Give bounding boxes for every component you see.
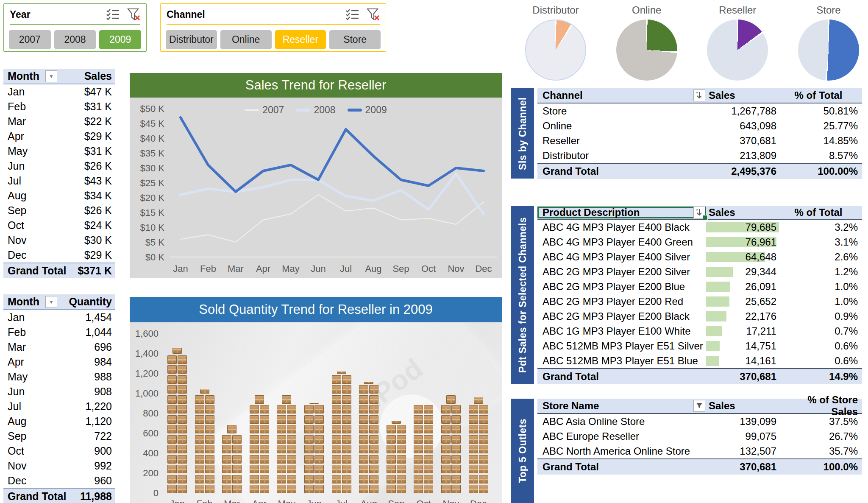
slicer-button-reseller[interactable]: Reseller: [275, 30, 326, 49]
pictograph-row: [304, 473, 324, 483]
carton-box-icon: [469, 465, 478, 473]
row-label: ABC 4G MP3 Player E400 Black: [537, 221, 706, 233]
row-label: May: [8, 371, 28, 383]
selected-header-cell[interactable]: Product Description: [537, 207, 706, 218]
row-label: May: [8, 145, 28, 157]
pictograph-row: [359, 414, 378, 424]
pie-chart-store: Store: [792, 4, 865, 81]
carton-box-icon: [441, 445, 451, 453]
carton-box-icon: [469, 415, 478, 424]
carton-box-icon: [304, 455, 314, 464]
carton-box-icon: [260, 415, 269, 424]
x-axis-tick-label: Aug: [354, 498, 384, 503]
carton-box-icon: [332, 465, 341, 473]
carton-box-icon: [424, 435, 433, 444]
carton-box-icon: [167, 485, 177, 493]
slicer-button-store[interactable]: Store: [329, 30, 381, 49]
carton-box-icon: [397, 445, 406, 453]
carton-box-icon: [332, 375, 341, 384]
multi-select-icon[interactable]: [106, 8, 120, 20]
pictograph-row: [414, 483, 433, 494]
carton-box-icon: [342, 425, 351, 433]
carton-box-icon: [314, 465, 324, 473]
row-label: Jul: [8, 175, 21, 187]
pictograph-row: [441, 464, 461, 474]
carton-box-icon: [195, 465, 204, 473]
row-sales: 79,685: [706, 221, 779, 233]
row-value: 1,220: [85, 400, 112, 413]
carton-box-icon: [414, 445, 423, 453]
pictograph-partial-row: [474, 397, 483, 403]
table-row: Distributor213,8098.57%: [537, 148, 862, 163]
x-axis-tick-label: Mar: [228, 263, 244, 274]
pictograph-row: [167, 433, 187, 444]
row-label: Oct: [8, 219, 24, 232]
carton-box-icon: [342, 455, 351, 464]
carton-box-icon: [195, 435, 204, 444]
carton-box-icon: [222, 465, 231, 473]
table-row: ABC 1G MP3 Player E100 White17,2110.7%: [537, 324, 862, 338]
row-sales: 64,648: [706, 251, 779, 263]
carton-box-icon: [332, 455, 341, 464]
carton-box-icon: [387, 485, 396, 493]
slicer-button-distributor[interactable]: Distributor: [166, 30, 217, 49]
slicer-button-2007[interactable]: 2007: [9, 30, 51, 49]
carton-box-icon: [359, 395, 368, 404]
carton-box-icon: [205, 445, 214, 453]
table-row: Sep722: [3, 429, 115, 444]
pictograph-row: [167, 483, 187, 494]
month-column-header: Month: [8, 296, 39, 308]
row-label: Online: [537, 120, 706, 132]
carton-box-icon: [178, 425, 187, 433]
sort-descending-icon[interactable]: [693, 207, 705, 218]
carton-box-icon: [178, 475, 187, 483]
multi-select-icon[interactable]: [346, 8, 359, 20]
carton-box-icon: [250, 425, 259, 433]
pictograph-partial-row: [172, 348, 182, 354]
pictograph-row: [195, 483, 214, 494]
sort-descending-icon[interactable]: [693, 89, 705, 101]
pictograph-row: [414, 464, 433, 474]
pictograph-row: [387, 424, 406, 434]
filter-applied-icon[interactable]: [693, 400, 705, 412]
pictograph-row: [441, 424, 461, 434]
carton-box-icon: [441, 455, 451, 464]
row-sales: 76,961: [706, 236, 779, 248]
slicer-button-2009[interactable]: 2009: [99, 30, 141, 49]
carton-box-icon: [167, 395, 177, 404]
grand-total-row: Grand Total370,68114.9%: [537, 368, 862, 384]
row-pct: 0.9%: [779, 310, 862, 322]
month-filter-dropdown-icon[interactable]: ▼: [45, 296, 57, 308]
pictograph-row: [195, 473, 214, 483]
slicer-button-online[interactable]: Online: [220, 30, 272, 49]
clear-filter-icon[interactable]: [366, 8, 380, 21]
table-row: Dec$29 K: [3, 248, 115, 263]
table-row: Jan$47 K: [3, 84, 115, 99]
row-value: $31 K: [84, 145, 112, 157]
clear-filter-icon[interactable]: [127, 8, 140, 21]
carton-box-icon: [282, 395, 291, 404]
carton-box-icon: [342, 435, 351, 444]
pictograph-row: [304, 424, 324, 434]
pie-chart: [707, 20, 768, 81]
carton-box-icon: [479, 415, 488, 424]
pictograph-row: [387, 483, 406, 494]
row-value: $29 K: [84, 249, 112, 261]
carton-box-icon: [195, 445, 204, 453]
slicer-button-2008[interactable]: 2008: [54, 30, 96, 49]
carton-box-icon: [205, 405, 214, 414]
pictograph-row: [195, 433, 214, 444]
table-row: ABC 4G MP3 Player E400 Black79,6853.2%: [537, 220, 862, 235]
carton-box-icon: [441, 425, 451, 433]
month-filter-dropdown-icon[interactable]: ▼: [45, 70, 57, 82]
row-pct: 37.5%: [779, 416, 862, 428]
y-axis-tick-label: $30 K: [140, 163, 165, 173]
row-label: Oct: [8, 445, 24, 457]
y-axis-tick-label: 1,600: [131, 328, 159, 339]
carton-box-icon: [424, 455, 433, 464]
pictograph-row: [332, 464, 351, 474]
carton-box-icon: [451, 435, 461, 444]
table-row: Jul1,220: [3, 399, 115, 414]
carton-box-icon: [369, 485, 378, 493]
carton-box-icon: [369, 405, 378, 414]
